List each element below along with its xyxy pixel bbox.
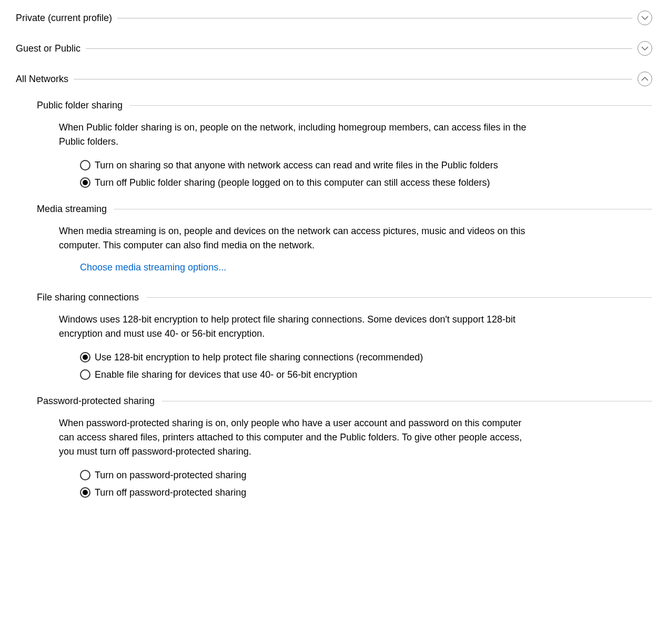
radio-encryption-40-56[interactable]: Enable file sharing for devices that use… (80, 368, 531, 382)
password-protected-sharing-description: When password-protected sharing is on, o… (37, 416, 531, 459)
divider (74, 79, 632, 79)
radio-icon (80, 369, 90, 380)
radio-icon (80, 487, 90, 498)
password-protected-sharing-radio-group: Turn on password-protected sharing Turn … (37, 468, 531, 500)
radio-label: Use 128-bit encryption to help protect f… (95, 350, 423, 365)
subsection-title: Public folder sharing (37, 100, 123, 111)
all-networks-section: Public folder sharing When Public folder… (16, 100, 652, 500)
radio-encryption-128[interactable]: Use 128-bit encryption to help protect f… (80, 350, 531, 365)
profile-label-all-networks: All Networks (16, 74, 68, 85)
chevron-up-icon[interactable] (637, 72, 652, 86)
radio-icon (80, 352, 90, 363)
divider (162, 401, 652, 401)
profile-header-private[interactable]: Private (current profile) (16, 11, 652, 25)
chevron-down-icon[interactable] (637, 11, 652, 25)
profile-header-guest[interactable]: Guest or Public (16, 41, 652, 56)
media-streaming-options-link[interactable]: Choose media streaming options... (37, 262, 226, 273)
public-folder-sharing-radio-group: Turn on sharing so that anyone with netw… (37, 158, 531, 190)
subsection-title: Media streaming (37, 204, 107, 215)
subsection-title: File sharing connections (37, 292, 139, 303)
file-sharing-connections-description: Windows uses 128-bit encryption to help … (37, 313, 531, 341)
subsection-title: Password-protected sharing (37, 396, 155, 407)
divider (117, 18, 632, 18)
divider (86, 48, 632, 49)
subsection-password-protected-sharing: Password-protected sharing (37, 396, 652, 407)
radio-label: Enable file sharing for devices that use… (95, 368, 357, 382)
divider (130, 105, 652, 106)
divider (146, 297, 652, 298)
media-streaming-description: When media streaming is on, people and d… (37, 224, 531, 253)
subsection-media-streaming: Media streaming (37, 204, 652, 215)
chevron-down-icon[interactable] (637, 41, 652, 56)
radio-icon (80, 160, 90, 170)
radio-label: Turn off password-protected sharing (95, 486, 246, 500)
file-sharing-encryption-radio-group: Use 128-bit encryption to help protect f… (37, 350, 531, 382)
radio-icon (80, 177, 90, 188)
subsection-public-folder-sharing: Public folder sharing (37, 100, 652, 111)
radio-label: Turn off Public folder sharing (people l… (95, 176, 490, 190)
radio-password-sharing-off[interactable]: Turn off password-protected sharing (80, 486, 531, 500)
radio-label: Turn on sharing so that anyone with netw… (95, 158, 498, 173)
radio-icon (80, 470, 90, 480)
radio-password-sharing-on[interactable]: Turn on password-protected sharing (80, 468, 531, 482)
divider (114, 209, 652, 209)
public-folder-sharing-description: When Public folder sharing is on, people… (37, 120, 531, 149)
profile-label-guest: Guest or Public (16, 43, 80, 54)
radio-label: Turn on password-protected sharing (95, 468, 246, 482)
radio-public-folder-on[interactable]: Turn on sharing so that anyone with netw… (80, 158, 531, 173)
profile-label-private: Private (current profile) (16, 13, 112, 24)
radio-public-folder-off[interactable]: Turn off Public folder sharing (people l… (80, 176, 531, 190)
profile-header-all-networks[interactable]: All Networks (16, 72, 652, 86)
subsection-file-sharing-connections: File sharing connections (37, 292, 652, 303)
